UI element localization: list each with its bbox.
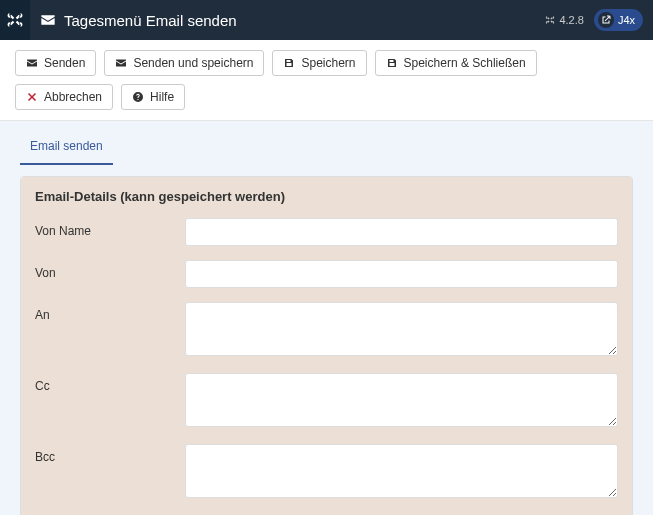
- page-title: Tagesmenü Email senden: [64, 12, 237, 29]
- cc-input[interactable]: [185, 373, 618, 427]
- tab-email-send[interactable]: Email senden: [20, 131, 113, 165]
- save-close-button[interactable]: Speichern & Schließen: [375, 50, 537, 76]
- field-row-from-name: Von Name: [35, 218, 618, 246]
- version-text: 4.2.8: [559, 14, 583, 26]
- button-label: Speichern: [301, 56, 355, 70]
- button-label: Hilfe: [150, 90, 174, 104]
- brand-logo[interactable]: [0, 0, 30, 40]
- field-row-bcc: Bcc: [35, 444, 618, 501]
- field-row-to: An: [35, 302, 618, 359]
- open-site-badge[interactable]: J4x: [594, 9, 643, 31]
- envelope-icon: [26, 57, 38, 69]
- field-label: Von Name: [35, 218, 185, 238]
- bcc-input[interactable]: [185, 444, 618, 498]
- external-link-icon: [598, 12, 614, 28]
- field-label: Cc: [35, 373, 185, 393]
- button-label: Speichern & Schließen: [404, 56, 526, 70]
- send-save-button[interactable]: Senden und speichern: [104, 50, 264, 76]
- cancel-button[interactable]: Abbrechen: [15, 84, 113, 110]
- email-details-section: Email-Details (kann gespeichert werden) …: [21, 177, 632, 515]
- help-button[interactable]: Hilfe: [121, 84, 185, 110]
- tab-row: Email senden: [0, 131, 653, 166]
- field-row-from: Von: [35, 260, 618, 288]
- envelope-icon: [40, 12, 56, 28]
- send-button[interactable]: Senden: [15, 50, 96, 76]
- form-panel: Email-Details (kann gespeichert werden) …: [20, 176, 633, 515]
- field-label: Bcc: [35, 444, 185, 464]
- envelope-icon: [115, 57, 127, 69]
- topbar-left: Tagesmenü Email senden: [0, 0, 237, 40]
- topbar-right: 4.2.8 J4x: [545, 9, 653, 31]
- section-title: Email-Details (kann gespeichert werden): [35, 189, 618, 204]
- version-indicator: 4.2.8: [545, 14, 583, 26]
- page-title-wrap: Tagesmenü Email senden: [30, 12, 237, 29]
- from-name-input[interactable]: [185, 218, 618, 246]
- save-button[interactable]: Speichern: [272, 50, 366, 76]
- save-icon: [283, 57, 295, 69]
- toolbar: Senden Senden und speichern Speichern Sp…: [0, 40, 653, 121]
- badge-text: J4x: [618, 14, 635, 26]
- button-label: Senden und speichern: [133, 56, 253, 70]
- field-label: An: [35, 302, 185, 322]
- button-label: Abbrechen: [44, 90, 102, 104]
- save-icon: [386, 57, 398, 69]
- field-row-cc: Cc: [35, 373, 618, 430]
- question-icon: [132, 91, 144, 103]
- to-input[interactable]: [185, 302, 618, 356]
- from-input[interactable]: [185, 260, 618, 288]
- topbar: Tagesmenü Email senden 4.2.8 J4x: [0, 0, 653, 40]
- joomla-mini-icon: [545, 15, 555, 25]
- button-label: Senden: [44, 56, 85, 70]
- close-icon: [26, 91, 38, 103]
- field-label: Von: [35, 260, 185, 280]
- joomla-icon: [6, 11, 24, 29]
